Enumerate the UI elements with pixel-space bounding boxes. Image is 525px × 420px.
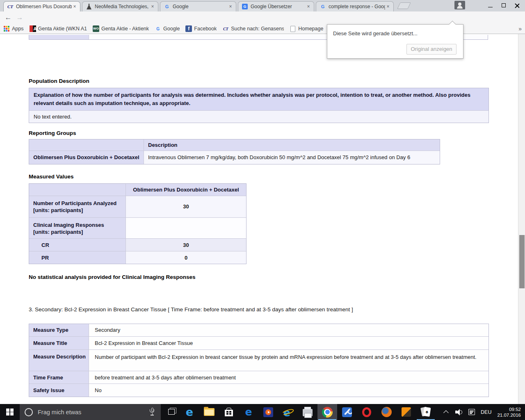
apps-grid-icon: [4, 26, 9, 32]
wrench-icon: [342, 407, 352, 417]
tab-close-icon[interactable]: ×: [385, 4, 391, 9]
search-input[interactable]: [38, 409, 132, 415]
apps-shortcut[interactable]: Apps: [3, 25, 24, 32]
row-value: before treatment and at 3-5 days after o…: [89, 371, 488, 383]
profile-button[interactable]: [454, 1, 465, 9]
media-player-icon: [263, 407, 273, 417]
row-value: 0: [126, 251, 246, 264]
bookmarks-overflow-chevron[interactable]: »: [518, 25, 522, 32]
row-label: Measure Title: [29, 337, 89, 349]
tab-close-icon[interactable]: ×: [72, 4, 78, 9]
clinicaltrials-ct-icon: CT: [7, 3, 14, 10]
window-minimize-button[interactable]: [484, 0, 496, 11]
tab-close-icon[interactable]: ×: [150, 4, 155, 9]
date: 21.07.2016: [497, 412, 521, 418]
new-tab-button[interactable]: [397, 2, 411, 9]
neomedia-icon: [86, 3, 92, 10]
taskbar-tools[interactable]: [337, 404, 357, 420]
row-label: Time Frame: [29, 371, 89, 383]
clock[interactable]: 09:52 21.07.2016: [497, 406, 521, 418]
browser-toolbar: ← → https://clinicaltrials.gov/ct2/show/…: [0, 11, 525, 24]
row-value: Number of participant with Bcl-2 Express…: [89, 350, 488, 371]
taskbar-file-explorer[interactable]: [199, 404, 219, 420]
cortana-search-box[interactable]: [20, 404, 161, 420]
bookmark-label: Apps: [12, 26, 24, 32]
translate-status-text: Diese Seite wird gerade übersetzt...: [333, 30, 418, 37]
system-tray: DEU 09:52 21.07.2016: [445, 404, 525, 420]
bookmark-homepage[interactable]: Homepage: [290, 25, 323, 32]
back-button[interactable]: ←: [3, 13, 13, 23]
chrome-icon: [322, 407, 333, 418]
google-g-icon: G: [320, 3, 326, 10]
bookmark-facebook[interactable]: f Facebook: [185, 25, 217, 32]
tab-neomedia[interactable]: NeoMedia Technologies, I ×: [82, 1, 158, 11]
reporting-groups-table: Description Oblimersen Plus Doxorubicin …: [29, 139, 440, 164]
profile-person-icon: [458, 2, 461, 6]
action-center-icon[interactable]: [468, 409, 475, 415]
taskbar-edge[interactable]: e: [180, 404, 199, 420]
desktop: CT Oblimersen Plus Doxorubi × NeoMedia T…: [0, 0, 525, 420]
maximize-icon: [502, 3, 506, 7]
taskbar-ie-classic[interactable]: e: [278, 404, 298, 420]
tab-title: Google: [173, 4, 228, 9]
opera-icon: [362, 407, 371, 417]
bookmark-genta-aktienkurs[interactable]: WO Genta Aktie - Aktienk: [93, 25, 149, 32]
microphone-icon[interactable]: [149, 408, 155, 416]
section-heading: Population Description: [29, 78, 89, 84]
taskbar-ie[interactable]: e: [239, 404, 258, 420]
measured-values-table: Oblimersen Plus Doxorubicin + Docetaxel …: [29, 183, 247, 264]
tab-close-icon[interactable]: ×: [228, 4, 233, 9]
row-value: 30: [126, 196, 246, 217]
window-close-button[interactable]: [511, 0, 523, 11]
taskbar-chrome[interactable]: [317, 404, 337, 420]
store-icon: [225, 410, 233, 416]
row-label: Oblimersen Plus Doxorubicin + Docetaxel: [29, 151, 144, 164]
page-icon: [290, 26, 295, 32]
windows-logo-icon: [6, 409, 14, 416]
solitaire-icon: ♠: [420, 407, 431, 418]
tab-close-icon[interactable]: ×: [306, 4, 311, 9]
taskbar-store[interactable]: [219, 404, 239, 420]
speaker-icon[interactable]: [455, 409, 463, 415]
start-button[interactable]: [0, 404, 20, 420]
row-value: No: [89, 384, 488, 397]
orange-app-icon: [402, 407, 411, 417]
ie-classic-icon: e: [282, 407, 294, 418]
bookmark-genta-aktie[interactable]: A Genta Aktie (WKN A1: [30, 25, 87, 32]
tab-clinicaltrials[interactable]: CT Oblimersen Plus Doxorubi ×: [3, 1, 80, 11]
tab-complete-response[interactable]: G complete response - Goog ×: [316, 1, 394, 11]
forward-button[interactable]: →: [15, 13, 25, 23]
bookmark-ct-suche[interactable]: CT Suche nach: Genasens: [222, 25, 284, 32]
taskbar-media-player[interactable]: [258, 404, 278, 420]
show-original-button[interactable]: Original anzeigen: [406, 44, 457, 55]
language-indicator[interactable]: DEU: [481, 409, 491, 415]
taskbar-firefox[interactable]: [377, 404, 396, 420]
browser-tab-strip: CT Oblimersen Plus Doxorubi × NeoMedia T…: [0, 0, 525, 11]
scrollbar-thumb[interactable]: [519, 235, 525, 288]
file-explorer-icon: [204, 408, 215, 416]
taskbar-orange-app[interactable]: [396, 404, 416, 420]
task-view-button[interactable]: [163, 404, 180, 420]
row-label: Measure Description: [29, 350, 89, 371]
section-heading: Reporting Groups: [29, 130, 76, 136]
firefox-icon: [381, 407, 392, 417]
no-statistical-analysis-note: No statistical analysis provided for Cli…: [29, 274, 196, 280]
tab-title: Google Übersetzer: [251, 4, 306, 9]
close-icon: [515, 3, 520, 8]
taskbar-opera[interactable]: [357, 404, 377, 420]
translate-popup: Diese Seite wird gerade übersetzt... Ori…: [327, 24, 463, 59]
clinicaltrials-ct-icon: CT: [222, 25, 229, 32]
row-label: Clinical Imaging Responses[units: partic…: [29, 218, 126, 238]
window-maximize-button[interactable]: [498, 0, 510, 11]
bookmark-google[interactable]: G Google: [155, 25, 180, 32]
tab-google[interactable]: G Google ×: [160, 1, 236, 11]
ie-icon: e: [245, 406, 252, 418]
taskbar-printer[interactable]: [298, 404, 317, 420]
printer-icon: [303, 409, 313, 416]
taskbar-solitaire[interactable]: ♠: [416, 404, 436, 420]
row-value: [126, 218, 246, 238]
section-heading: Measured Values: [29, 173, 74, 180]
page-scrollbar[interactable]: [518, 34, 525, 404]
row-label: Number of Participants Analyzed[units: p…: [29, 196, 126, 217]
tab-google-uebersetzer[interactable]: G Google Übersetzer ×: [238, 1, 314, 11]
